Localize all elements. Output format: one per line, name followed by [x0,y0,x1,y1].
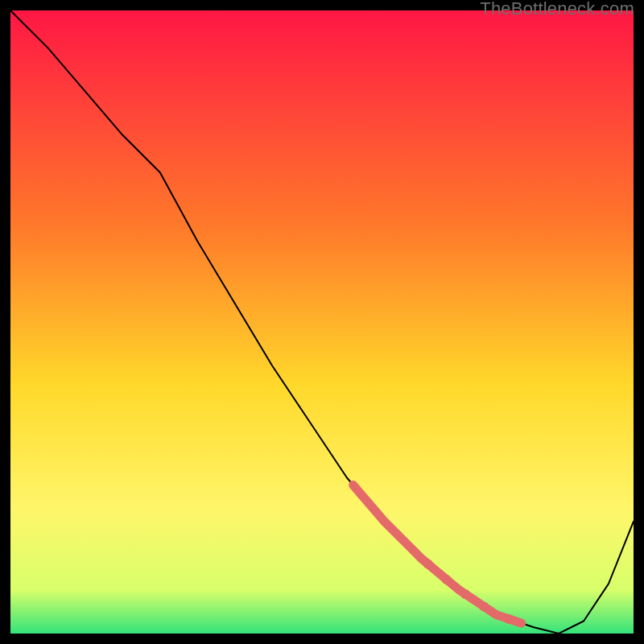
chart-plot [10,10,634,634]
highlight-dot [460,589,470,599]
gradient-bg [10,10,634,634]
chart-container: TheBottleneck.com [0,0,644,644]
highlight-dot [442,575,452,584]
highlight-dot [479,602,489,612]
highlight-dot [504,614,514,624]
highlight-dot [423,559,433,569]
watermark: TheBottleneck.com [480,0,634,19]
